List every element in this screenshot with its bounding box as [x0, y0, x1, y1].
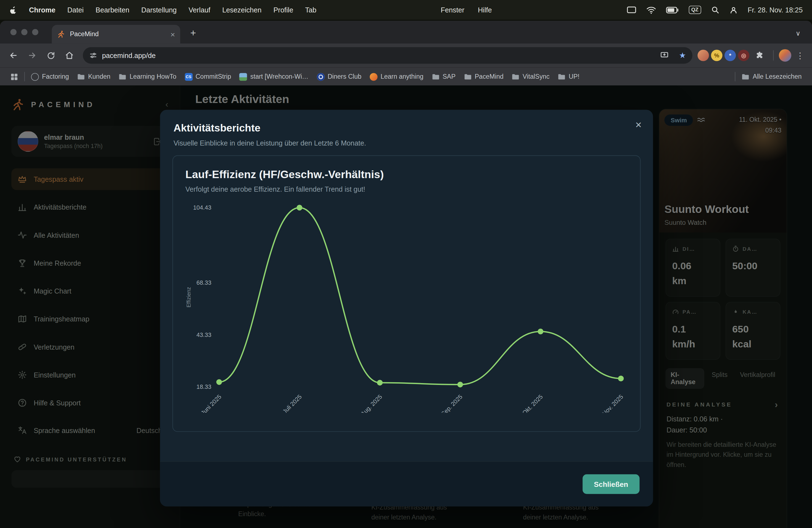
site-settings-icon[interactable] — [89, 52, 98, 60]
svg-text:Nov. 2025: Nov. 2025 — [601, 393, 624, 413]
extension-icon-4[interactable]: ◎ — [738, 50, 749, 61]
traffic-close-button[interactable] — [11, 29, 17, 35]
svg-text:68.33: 68.33 — [197, 279, 211, 286]
forward-button[interactable] — [24, 47, 40, 64]
folder-icon — [742, 73, 750, 80]
bookmark-factoring[interactable]: Factoring — [27, 71, 73, 82]
folder-icon — [464, 73, 472, 80]
bookmark-start-wrehcon[interactable]: start [Wrehcon-Wi… — [235, 71, 313, 82]
bookmark-folder-pacemind[interactable]: PaceMind — [460, 72, 508, 82]
bookmark-label: UP! — [569, 73, 579, 80]
menu-tab[interactable]: Tab — [305, 6, 317, 14]
display-mirror-icon[interactable] — [626, 6, 636, 14]
bookmark-learn-anything[interactable]: Learn anything — [366, 71, 427, 82]
tab-strip: PaceMind × + ∨ — [0, 21, 812, 44]
menu-verlauf[interactable]: Verlauf — [189, 6, 211, 14]
apple-menu-icon[interactable] — [10, 5, 17, 14]
menu-fenster[interactable]: Fenster — [441, 6, 465, 14]
extension-icon-3[interactable]: * — [724, 50, 736, 61]
modal-subtitle: Visuelle Einblicke in deine Leistung übe… — [173, 139, 640, 147]
bookmark-label: CommitStrip — [195, 73, 231, 80]
all-bookmarks-button[interactable]: Alle Lesezeichen — [738, 72, 806, 82]
menu-hilfe[interactable]: Hilfe — [478, 6, 492, 14]
folder-icon — [432, 73, 439, 80]
svg-text:Juni 2025: Juni 2025 — [199, 393, 222, 413]
svg-text:Sep. 2025: Sep. 2025 — [440, 393, 464, 413]
bookmarks-bar: Factoring Kunden Learning HowTo CSCommit… — [0, 68, 812, 86]
modal-title: Aktivitätsberichte — [173, 122, 640, 134]
menubar-account-icon[interactable] — [729, 5, 738, 14]
url-text[interactable]: pacemind.app/de — [102, 52, 653, 59]
diners-club-icon — [317, 73, 324, 80]
wifi-icon[interactable] — [646, 6, 656, 14]
extension-icon-1[interactable] — [698, 50, 709, 61]
bookmark-label: VitalSync — [523, 73, 549, 80]
reports-modal: Aktivitätsberichte Visuelle Einblicke in… — [160, 110, 653, 507]
folder-icon — [558, 73, 566, 80]
bookmark-kunden[interactable]: Kunden — [73, 72, 115, 82]
bookmark-folder-vitalsync[interactable]: VitalSync — [508, 72, 554, 82]
commitstrip-icon: CS — [185, 73, 192, 80]
spotlight-search-icon[interactable] — [711, 6, 719, 14]
traffic-zoom-button[interactable] — [32, 29, 39, 35]
install-app-icon[interactable] — [657, 48, 671, 62]
new-tab-button[interactable]: + — [186, 27, 200, 40]
bookmark-star-icon[interactable]: ★ — [676, 48, 690, 62]
bookmark-folder-up[interactable]: UP! — [554, 72, 584, 82]
close-icon[interactable]: × — [635, 119, 642, 130]
home-button[interactable] — [61, 47, 77, 64]
tab-favicon-runner-icon — [57, 30, 65, 39]
svg-text:Aug. 2025: Aug. 2025 — [359, 393, 383, 413]
page-viewport: PACEMIND ‹ elmar braun Tagespass (noch 1… — [0, 85, 812, 528]
svg-text:18.33: 18.33 — [197, 383, 211, 390]
image-thumbnail-icon — [240, 73, 247, 80]
close-modal-button[interactable]: Schließen — [582, 474, 640, 494]
tab-search-chevron-icon[interactable]: ∨ — [791, 27, 805, 40]
bookmark-label: SAP — [443, 73, 455, 80]
browser-window: PaceMind × + ∨ pacemind.app/de ★ % * ◎ — [0, 21, 812, 528]
browser-tab[interactable]: PaceMind × — [52, 25, 180, 44]
svg-text:Effizienz: Effizienz — [186, 287, 192, 307]
input-source-indicator[interactable]: QZ — [688, 6, 701, 14]
menu-darstellung[interactable]: Darstellung — [141, 6, 177, 14]
bookmark-learning-howto[interactable]: Learning HowTo — [115, 72, 180, 82]
menu-bearbeiten[interactable]: Bearbeiten — [96, 6, 129, 14]
battery-icon[interactable] — [666, 6, 679, 13]
bookmarks-separator — [24, 72, 25, 82]
bookmark-label: Alle Lesezeichen — [753, 73, 801, 80]
efficiency-chart-card: Lauf-Effizienz (HF/Geschw.-Verhältnis) V… — [172, 156, 640, 432]
reload-button[interactable] — [43, 47, 59, 64]
factoring-site-icon — [31, 73, 39, 80]
browser-profile-avatar[interactable] — [779, 49, 791, 62]
menubar-app-name[interactable]: Chrome — [29, 6, 56, 14]
browser-toolbar: pacemind.app/de ★ % * ◎ ⋮ — [0, 44, 812, 68]
folder-icon — [512, 73, 520, 80]
back-button[interactable] — [5, 47, 22, 64]
bookmark-label: Learn anything — [381, 73, 423, 80]
menu-profile[interactable]: Profile — [273, 6, 293, 14]
toolbar-separator — [773, 50, 773, 61]
traffic-minimize-button[interactable] — [21, 29, 28, 35]
svg-text:43.33: 43.33 — [197, 332, 211, 338]
menubar-clock[interactable]: Fr. 28. Nov. 18:25 — [748, 6, 802, 14]
svg-text:104.43: 104.43 — [193, 204, 211, 211]
tab-close-icon[interactable]: × — [170, 30, 175, 38]
menu-lesezeichen[interactable]: Lesezeichen — [222, 6, 262, 14]
chart-subtitle: Verfolgt deine aerobe Effizienz. Ein fal… — [185, 185, 627, 193]
folder-icon — [119, 73, 127, 80]
bookmark-folder-sap[interactable]: SAP — [427, 72, 460, 82]
address-bar[interactable]: pacemind.app/de ★ — [83, 47, 692, 64]
browser-menu-icon[interactable]: ⋮ — [794, 50, 807, 60]
bookmark-diners-club[interactable]: Diners Club — [313, 71, 366, 82]
folder-icon — [77, 73, 85, 80]
learn-anything-icon — [370, 73, 378, 80]
bookmark-commitstrip[interactable]: CSCommitStrip — [180, 71, 235, 82]
extension-icon-2[interactable]: % — [711, 50, 722, 61]
bookmark-label: Kunden — [88, 73, 111, 80]
apps-grid-icon[interactable] — [6, 71, 23, 82]
extensions-puzzle-icon[interactable] — [752, 47, 768, 64]
svg-text:Okt. 2025: Okt. 2025 — [521, 393, 544, 413]
tab-title: PaceMind — [70, 31, 166, 38]
screen: Chrome Datei Bearbeiten Darstellung Verl… — [0, 0, 812, 528]
menu-datei[interactable]: Datei — [68, 6, 84, 14]
